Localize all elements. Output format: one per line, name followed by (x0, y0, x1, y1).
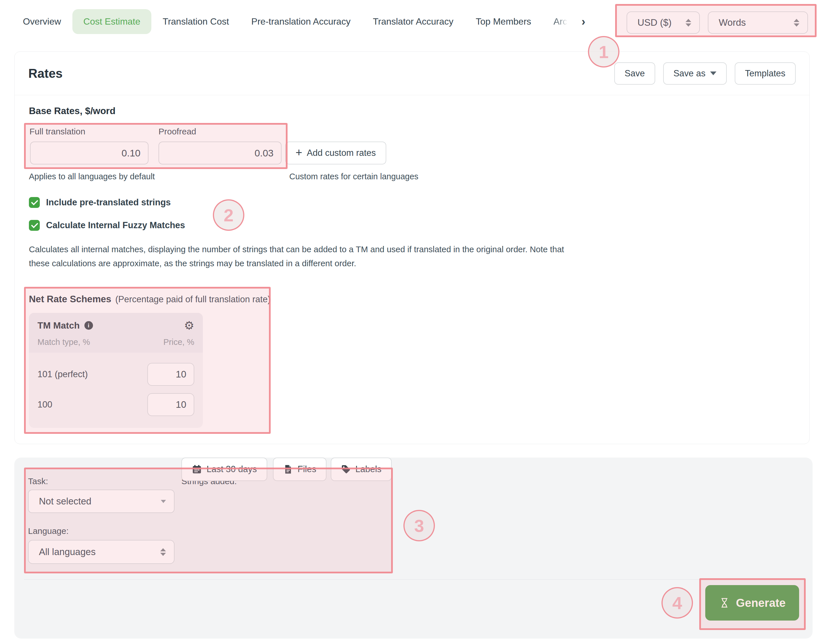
report-tabs: Overview Cost Estimate Translation Cost … (23, 0, 586, 43)
page-title: Rates (28, 66, 63, 81)
unit-select[interactable]: Words (708, 11, 808, 34)
rates-card: Rates Save Save as Templates Base Rates,… (14, 52, 810, 444)
custom-rates-note: Custom rates for certain languages (289, 172, 418, 181)
file-icon (283, 465, 293, 474)
last-30-days-filter-button[interactable]: Last 30 days (181, 457, 267, 481)
full-translation-rate-input[interactable] (30, 141, 149, 164)
match-101-label: 101 (perfect) (37, 369, 88, 379)
save-as-button[interactable]: Save as (663, 62, 727, 84)
language-select[interactable]: All languages (28, 540, 175, 564)
task-select-value: Not selected (39, 496, 91, 507)
base-rates-heading: Base Rates, $/word (29, 106, 115, 117)
page: Overview Cost Estimate Translation Cost … (0, 0, 824, 644)
generate-label: Generate (736, 596, 786, 609)
task-select[interactable]: Not selected (28, 489, 175, 513)
language-label: Language: (28, 526, 69, 536)
include-pretranslated-label: Include pre-translated strings (46, 197, 171, 208)
caret-down-icon (710, 72, 716, 75)
updown-caret-icon (686, 19, 691, 27)
tm-match-body: 101 (perfect) 100 (29, 353, 203, 416)
price-column-header: Price, % (163, 337, 194, 347)
currency-select-value: USD ($) (638, 17, 672, 28)
tab-archive-truncated[interactable]: Arc (553, 16, 567, 27)
files-filter-button[interactable]: Files (273, 457, 326, 481)
generator-panel: Task: Not selected Strings added: Last 3… (14, 457, 813, 639)
updown-caret-icon (160, 548, 166, 556)
generate-button[interactable]: Generate (705, 585, 799, 621)
tab-pre-translation-accuracy[interactable]: Pre-translation Accuracy (251, 16, 351, 27)
include-pretranslated-checkbox[interactable] (29, 197, 40, 208)
fuzzy-matches-description: Calculates all internal matches, display… (29, 242, 583, 270)
proofread-rate-input[interactable] (158, 141, 281, 164)
calendar-icon (192, 464, 202, 474)
net-rate-schemes-subtitle: (Percentage paid of full translation rat… (115, 294, 271, 305)
match-101-price-input[interactable] (148, 363, 194, 386)
tm-match-title: TM Match (37, 320, 80, 331)
caret-down-icon (161, 500, 166, 503)
rates-card-header: Rates Save Save as Templates (15, 52, 809, 95)
tab-cost-estimate[interactable]: Cost Estimate (72, 9, 151, 34)
language-select-value: All languages (39, 546, 95, 557)
save-as-label: Save as (673, 68, 706, 79)
labels-label: Labels (355, 464, 381, 474)
tab-overview[interactable]: Overview (23, 16, 61, 27)
match-100-price-input[interactable] (148, 393, 194, 416)
currency-select[interactable]: USD ($) (627, 11, 700, 34)
templates-button[interactable]: Templates (735, 62, 796, 84)
labels-filter-button[interactable]: Labels (331, 457, 392, 481)
base-rates-note: Applies to all languages by default (29, 172, 155, 181)
tm-match-row: 101 (perfect) (37, 363, 194, 386)
tm-match-card: TM Match i ⚙ Match type, % Price, % 101 … (29, 313, 203, 428)
tab-translation-cost[interactable]: Translation Cost (163, 16, 229, 27)
hourglass-icon (719, 597, 730, 609)
include-pretranslated-row: Include pre-translated strings (29, 197, 171, 208)
task-label: Task: (28, 477, 48, 486)
net-rate-schemes-title: Net Rate Schemes (29, 294, 111, 305)
save-button[interactable]: Save (614, 62, 655, 84)
gear-icon[interactable]: ⚙ (184, 320, 194, 331)
internal-fuzzy-label: Calculate Internal Fuzzy Matches (46, 220, 185, 230)
tab-translator-accuracy[interactable]: Translator Accuracy (373, 16, 454, 27)
internal-fuzzy-checkbox[interactable] (29, 220, 40, 231)
updown-caret-icon (794, 19, 799, 27)
info-icon[interactable]: i (85, 321, 93, 330)
tab-top-members[interactable]: Top Members (476, 16, 531, 27)
add-custom-rates-label: Add custom rates (307, 148, 376, 158)
tag-icon (341, 465, 351, 474)
tabs-overflow-chevron-icon[interactable]: › (582, 16, 586, 27)
files-label: Files (298, 464, 316, 474)
match-100-label: 100 (37, 400, 52, 410)
internal-fuzzy-row: Calculate Internal Fuzzy Matches (29, 220, 185, 231)
net-rate-schemes-heading: Net Rate Schemes (Percentage paid of ful… (29, 294, 271, 305)
last-30-days-label: Last 30 days (207, 464, 257, 474)
plus-icon: + (295, 147, 302, 158)
proofread-label: Proofread (158, 127, 196, 136)
match-type-column-header: Match type, % (37, 337, 90, 347)
full-translation-label: Full translation (29, 127, 85, 136)
unit-select-value: Words (719, 17, 746, 28)
tm-match-header: TM Match i ⚙ Match type, % Price, % (29, 313, 203, 353)
add-custom-rates-button[interactable]: + Add custom rates (285, 141, 386, 164)
tm-match-row: 100 (37, 393, 194, 416)
